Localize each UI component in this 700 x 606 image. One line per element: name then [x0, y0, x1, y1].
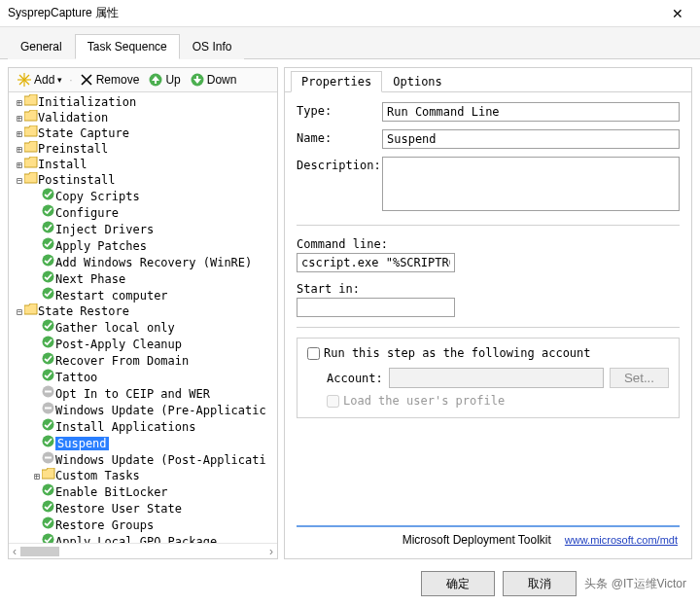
subtab-properties[interactable]: Properties [291, 71, 382, 92]
brand-link[interactable]: www.microsoft.com/mdt [565, 534, 678, 546]
tree-item[interactable]: Restore User State [11, 500, 277, 517]
tree-item[interactable]: Enable BitLocker [11, 483, 277, 500]
tree-item-label: Add Windows Recovery (WinRE) [55, 256, 252, 269]
tree-item[interactable]: Windows Update (Pre-Applicatic [11, 402, 277, 418]
tree-item[interactable]: Restart computer [11, 287, 277, 303]
tree-folder[interactable]: ⊞Validation [11, 110, 277, 125]
tree-item[interactable]: Apply Local GPO Package [11, 533, 277, 543]
startin-field[interactable] [297, 298, 455, 317]
tree-folder[interactable]: ⊟State Restore [11, 303, 277, 319]
cancel-button[interactable]: 取消 [503, 571, 577, 596]
tree-item[interactable]: Windows Update (Post-Applicati [11, 451, 277, 468]
chevron-down-icon: ▾ [57, 75, 62, 85]
task-tree-panel: Add ▾ · Remove Up Down [8, 67, 278, 559]
tree-item-label: Custom Tasks [55, 469, 140, 482]
tree-item-label: Configure [55, 206, 119, 220]
tree-item-label: Initialization [38, 95, 136, 109]
remove-button[interactable]: Remove [77, 72, 143, 88]
horizontal-scrollbar[interactable]: ‹ › [9, 543, 277, 558]
folder-icon [24, 94, 38, 110]
tree-folder[interactable]: ⊞State Capture [11, 125, 277, 141]
runas-checkbox-input[interactable] [307, 347, 320, 360]
folder-icon [24, 303, 38, 319]
tree-folder[interactable]: ⊞Preinstall [11, 141, 277, 157]
up-button[interactable]: Up [146, 72, 183, 88]
plus-icon[interactable]: ⊞ [15, 95, 24, 110]
tree-item[interactable]: Recover From Domain [11, 352, 277, 369]
watermark: 头条 @IT运维Victor [584, 576, 686, 592]
svg-point-9 [43, 205, 54, 217]
load-profile-checkbox: Load the user's profile [327, 394, 669, 408]
tab-os-info[interactable]: OS Info [180, 34, 245, 59]
tree-item[interactable]: Inject Drivers [11, 221, 277, 237]
tree-item[interactable]: Post-Apply Cleanup [11, 336, 277, 352]
plus-icon[interactable]: ⊞ [32, 469, 42, 483]
tree-item[interactable]: Install Applications [11, 418, 277, 435]
svg-point-29 [43, 517, 54, 529]
tree-item-label: Next Phase [55, 272, 125, 286]
add-button[interactable]: Add ▾ [15, 72, 65, 88]
tree-folder[interactable]: ⊞Install [11, 157, 277, 172]
tree-item[interactable]: Configure [11, 204, 277, 221]
tree-item-label: Validation [38, 111, 108, 125]
svg-point-24 [43, 436, 54, 447]
scroll-left-icon[interactable]: ‹ [13, 545, 17, 558]
check-icon [42, 533, 55, 543]
plus-icon[interactable]: ⊞ [15, 142, 24, 157]
tree-item[interactable]: Opt In to CEIP and WER [11, 385, 277, 402]
folder-icon [24, 172, 38, 188]
tree-item[interactable]: Apply Patches [11, 237, 277, 254]
check-icon [42, 483, 55, 500]
svg-point-12 [43, 255, 54, 267]
check-icon [42, 254, 55, 270]
task-sequence-tree[interactable]: ⊞Initialization⊞Validation⊞State Capture… [9, 92, 277, 543]
tree-item[interactable]: Restore Groups [11, 517, 277, 533]
tree-folder[interactable]: ⊞Initialization [11, 94, 277, 110]
tab-task-sequence[interactable]: Task Sequence [75, 34, 180, 59]
ok-button[interactable]: 确定 [421, 571, 495, 596]
down-button[interactable]: Down [188, 72, 240, 88]
subtab-options[interactable]: Options [382, 71, 453, 92]
tree-item[interactable]: Add Windows Recovery (WinRE) [11, 254, 277, 270]
x-icon [80, 73, 93, 87]
tree-item[interactable]: Copy Scripts [11, 188, 277, 204]
check-icon [42, 204, 55, 221]
minus-icon[interactable]: ⊟ [15, 173, 24, 188]
tree-item[interactable]: Next Phase [11, 270, 277, 287]
cmdline-label: Command line: [297, 235, 388, 251]
up-icon [149, 73, 162, 87]
cmdline-field[interactable] [297, 253, 455, 272]
description-field[interactable] [382, 157, 680, 211]
tree-folder[interactable]: ⊟Postinstall [11, 172, 277, 188]
name-field[interactable] [382, 129, 680, 149]
check-icon [42, 287, 55, 303]
check-icon [42, 188, 55, 204]
check-icon [42, 369, 55, 385]
scroll-thumb[interactable] [20, 547, 59, 556]
plus-icon[interactable]: ⊞ [15, 158, 24, 172]
tree-folder[interactable]: ⊞Custom Tasks [11, 468, 277, 483]
svg-point-16 [43, 337, 54, 348]
check-icon [42, 336, 55, 352]
tab-general[interactable]: General [8, 34, 75, 59]
folder-icon [24, 157, 38, 172]
plus-icon[interactable]: ⊞ [15, 111, 24, 125]
down-label: Down [207, 73, 237, 87]
tree-item-label: Preinstall [38, 142, 108, 156]
plus-icon[interactable]: ⊞ [15, 126, 24, 141]
type-field [382, 102, 680, 122]
minus-icon[interactable]: ⊟ [15, 304, 24, 319]
tree-item[interactable]: Suspend [11, 435, 277, 451]
svg-rect-20 [45, 391, 52, 393]
close-icon[interactable]: ✕ [663, 6, 692, 21]
tree-item-label: State Capture [38, 126, 129, 140]
check-icon [42, 352, 55, 369]
tree-item-label: Postinstall [38, 173, 115, 187]
runas-checkbox[interactable]: Run this step as the following account [307, 346, 669, 360]
scroll-right-icon[interactable]: › [269, 545, 273, 558]
tree-item-label: Install [38, 158, 88, 171]
tree-item[interactable]: Tattoo [11, 369, 277, 385]
tree-item[interactable]: Gather local only [11, 319, 277, 336]
check-icon [42, 221, 55, 237]
set-account-button: Set... [610, 368, 669, 388]
